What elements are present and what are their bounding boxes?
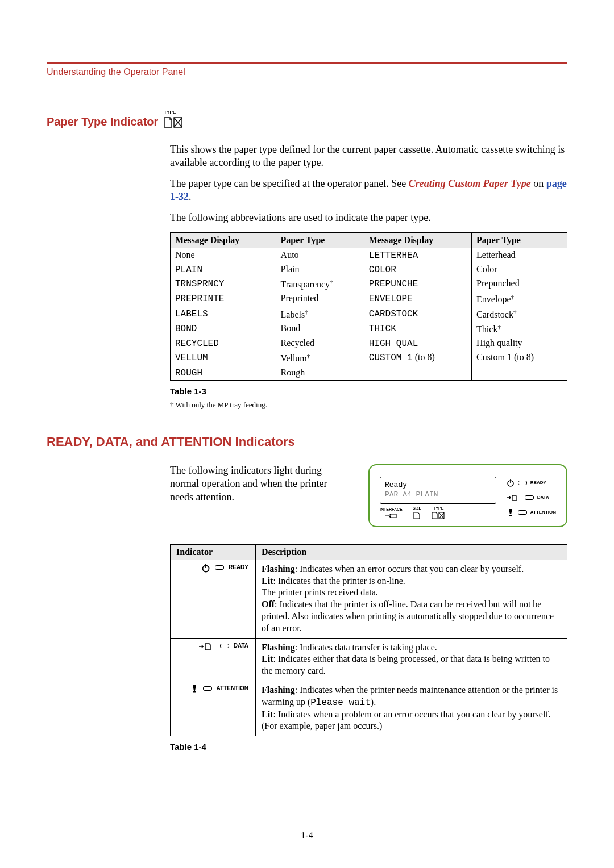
page-number: 1-4 — [0, 831, 614, 841]
table-header: Description — [256, 544, 567, 560]
header-rule — [47, 62, 567, 64]
indicator-label: READY — [229, 564, 248, 571]
interface-icon: INTERFACE — [380, 507, 403, 519]
table1-footnote: † With only the MP tray feeding. — [170, 400, 567, 410]
led-slot — [220, 644, 229, 648]
breadcrumb: Understanding the Operator Panel — [47, 67, 567, 77]
data-flow-icon — [507, 494, 521, 502]
operator-panel-illustration: Ready PAR A4 PLAIN INTERFACE SIZE TYPE — [368, 464, 567, 527]
power-icon — [507, 479, 515, 487]
indicator-label: DATA — [234, 642, 248, 649]
table-row: PLAINPlainCOLORColor — [171, 262, 567, 277]
type-icon: TYPE — [432, 506, 445, 519]
table-header: Message Display — [171, 233, 276, 248]
led-ready: READY — [507, 479, 556, 487]
table-row: ATTENTIONFlashing: Indicates when the pr… — [171, 681, 567, 736]
para-abbrev: The following abbreviations are used to … — [170, 211, 567, 224]
table-row: ROUGHRough — [171, 366, 567, 381]
table-row: BONDBondTHICKThick† — [171, 322, 567, 336]
table-indicators: IndicatorDescription READYFlashing: Indi… — [170, 544, 567, 736]
indicator-cell: ATTENTION — [176, 685, 250, 695]
type-indicator-icon: TYPE — [164, 110, 183, 128]
led-slot — [203, 686, 212, 691]
table-row: DATAFlashing: Indicates data transfer is… — [171, 638, 567, 681]
section-title-text: Paper Type Indicator — [47, 115, 158, 128]
indicator-cell: DATA — [176, 642, 250, 653]
section-paper-type-indicator: Paper Type Indicator TYPE — [47, 110, 567, 128]
led-data: DATA — [507, 494, 556, 502]
table-header: Indicator — [171, 544, 256, 560]
svg-rect-5 — [509, 515, 512, 516]
para-spec: The paper type can be specified at the o… — [170, 177, 567, 203]
para-intro: This shows the paper type defined for th… — [170, 143, 567, 169]
table-row: TRNSPRNCYTransparency†PREPUNCHEPrepunche… — [171, 277, 567, 291]
lcd-display: Ready PAR A4 PLAIN — [380, 477, 496, 504]
table-row: RECYCLEDRecycledHIGH QUALHigh quality — [171, 336, 567, 350]
led-attention: ATTENTION — [507, 508, 556, 516]
para-indicators: The following indicators light during no… — [170, 464, 352, 504]
table-row: PREPRINTEPreprintedENVELOPEEnvelope† — [171, 291, 567, 306]
table-header: Paper Type — [276, 233, 364, 248]
attention-icon — [190, 685, 198, 695]
indicator-label: ATTENTION — [217, 685, 248, 692]
ready-icon — [201, 564, 210, 574]
data-icon — [198, 642, 215, 653]
section-ready-data-attention: READY, DATA, and ATTENTION Indicators — [47, 435, 567, 449]
indicator-cell: READY — [176, 564, 250, 574]
led-slot — [215, 565, 224, 570]
table-header: Message Display — [364, 233, 471, 248]
table-header: Paper Type — [472, 233, 567, 248]
table2-caption: Table 1-4 — [170, 742, 567, 752]
table-row: READYFlashing: Indicates when an error o… — [171, 560, 567, 638]
table-row: LABELSLabels†CARDSTOCKCardstock† — [171, 307, 567, 322]
svg-rect-8 — [193, 691, 196, 693]
table1-caption: Table 1-3 — [170, 386, 567, 396]
size-icon: SIZE — [413, 506, 422, 519]
table-paper-types: Message DisplayPaper TypeMessage Display… — [170, 232, 567, 381]
table-row: VELLUMVellum†CUSTOM 1 (to 8)Custom 1 (to… — [171, 350, 567, 365]
link-custom-paper-type[interactable]: Creating Custom Paper Type — [409, 178, 531, 189]
table-row: NoneAutoLETTERHEALetterhead — [171, 248, 567, 263]
attention-icon — [507, 508, 515, 516]
